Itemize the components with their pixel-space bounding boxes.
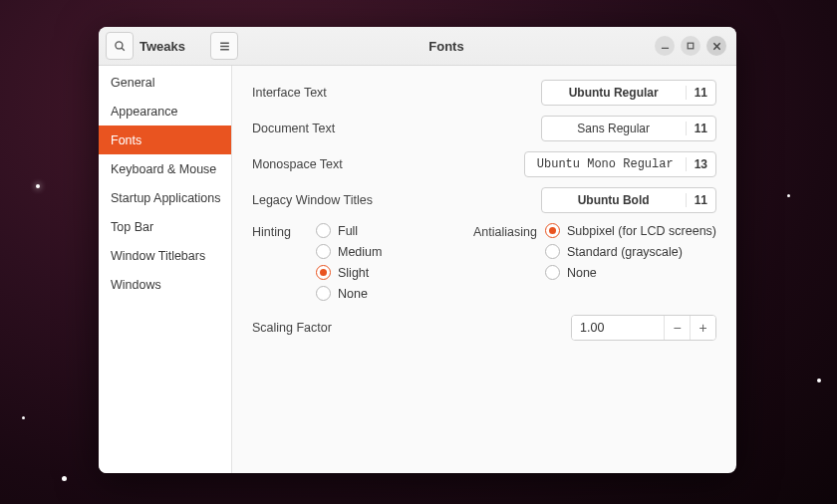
font-row-label: Monospace Text	[252, 157, 402, 171]
svg-point-0	[115, 41, 122, 48]
radio-icon	[545, 265, 560, 280]
font-row-label: Legacy Window Titles	[252, 193, 402, 207]
font-size: 11	[686, 122, 715, 135]
bg-star	[787, 194, 790, 197]
minus-icon: −	[673, 320, 681, 336]
close-icon	[712, 42, 721, 51]
sidebar-item-general[interactable]: General	[99, 68, 231, 97]
font-chooser-button[interactable]: Ubuntu Mono Regular13	[524, 151, 716, 177]
radio-label: Slight	[338, 266, 369, 280]
radio-label: None	[567, 266, 597, 280]
hinting-option[interactable]: Slight	[316, 265, 382, 280]
scaling-input[interactable]	[572, 316, 664, 340]
font-row: Interface TextUbuntu Regular11	[252, 80, 716, 106]
scaling-spinbutton[interactable]: − +	[571, 315, 716, 341]
radio-icon	[316, 286, 331, 301]
search-icon	[114, 40, 127, 53]
radio-label: None	[338, 287, 368, 301]
sidebar-item-windows[interactable]: Windows	[99, 270, 231, 299]
sidebar-item-top-bar[interactable]: Top Bar	[99, 212, 231, 241]
window-body: GeneralAppearanceFontsKeyboard & MouseSt…	[99, 66, 736, 473]
antialiasing-option[interactable]: None	[545, 265, 716, 280]
svg-line-1	[122, 48, 125, 51]
tweaks-window: Tweaks Fonts GeneralAppearanceFontsKeybo…	[99, 27, 736, 473]
sidebar: GeneralAppearanceFontsKeyboard & MouseSt…	[99, 66, 232, 473]
hinting-option[interactable]: Medium	[316, 244, 382, 259]
font-chooser-button[interactable]: Ubuntu Bold11	[541, 187, 716, 213]
titlebar-left: Tweaks	[99, 32, 238, 60]
hinting-options: FullMediumSlightNone	[316, 223, 382, 301]
font-row: Legacy Window TitlesUbuntu Bold11	[252, 187, 716, 213]
radio-icon	[316, 265, 331, 280]
sidebar-item-appearance[interactable]: Appearance	[99, 97, 231, 126]
font-chooser-button[interactable]: Sans Regular11	[541, 116, 716, 141]
hinting-option[interactable]: Full	[316, 223, 382, 238]
bg-star	[36, 184, 40, 188]
bg-star	[22, 416, 25, 419]
scaling-row: Scaling Factor − +	[252, 315, 716, 341]
font-size: 13	[686, 157, 715, 171]
font-name: Ubuntu Bold	[542, 193, 686, 207]
bg-star	[62, 476, 67, 481]
hamburger-button[interactable]	[210, 32, 238, 60]
radio-label: Standard (grayscale)	[567, 245, 683, 259]
antialiasing-options: Subpixel (for LCD screens)Standard (gray…	[545, 223, 716, 301]
radio-icon	[545, 244, 560, 259]
scaling-label: Scaling Factor	[252, 321, 402, 335]
font-name: Ubuntu Mono Regular	[525, 157, 686, 171]
font-chooser-button[interactable]: Ubuntu Regular11	[541, 80, 716, 106]
font-name: Ubuntu Regular	[542, 86, 686, 100]
radio-label: Full	[338, 224, 358, 238]
font-size: 11	[686, 86, 715, 100]
font-row: Monospace TextUbuntu Mono Regular13	[252, 151, 716, 177]
sidebar-item-window-titlebars[interactable]: Window Titlebars	[99, 241, 231, 270]
font-row-label: Interface Text	[252, 86, 402, 100]
page-title: Fonts	[238, 39, 655, 54]
svg-rect-6	[688, 43, 694, 49]
minimize-icon	[661, 42, 670, 51]
sidebar-item-fonts[interactable]: Fonts	[99, 126, 231, 154]
bg-star	[817, 378, 821, 382]
scaling-decrement-button[interactable]: −	[664, 316, 690, 340]
radio-icon	[316, 244, 331, 259]
hinting-antialiasing-row: Hinting FullMediumSlightNone Antialiasin…	[252, 223, 716, 301]
font-size: 11	[686, 193, 715, 207]
maximize-icon	[687, 42, 695, 50]
window-controls	[655, 36, 736, 56]
minimize-button[interactable]	[655, 36, 675, 56]
antialiasing-label: Antialiasing	[473, 223, 545, 301]
antialiasing-option[interactable]: Standard (grayscale)	[545, 244, 716, 259]
font-row-label: Document Text	[252, 122, 402, 135]
radio-icon	[316, 223, 331, 238]
titlebar: Tweaks Fonts	[99, 27, 736, 66]
hinting-label: Hinting	[252, 223, 316, 301]
content-area: Interface TextUbuntu Regular11Document T…	[232, 66, 736, 473]
radio-label: Subpixel (for LCD screens)	[567, 224, 716, 238]
app-title: Tweaks	[140, 39, 185, 54]
hamburger-icon	[218, 40, 231, 53]
sidebar-item-keyboard-mouse[interactable]: Keyboard & Mouse	[99, 154, 231, 183]
close-button[interactable]	[706, 36, 726, 56]
hinting-option[interactable]: None	[316, 286, 382, 301]
sidebar-item-startup-applications[interactable]: Startup Applications	[99, 183, 231, 212]
radio-icon	[545, 223, 560, 238]
font-row: Document TextSans Regular11	[252, 116, 716, 141]
plus-icon: +	[698, 320, 706, 336]
font-name: Sans Regular	[542, 122, 686, 135]
scaling-increment-button[interactable]: +	[690, 316, 715, 340]
maximize-button[interactable]	[681, 36, 700, 56]
antialiasing-option[interactable]: Subpixel (for LCD screens)	[545, 223, 716, 238]
radio-label: Medium	[338, 245, 382, 259]
search-button[interactable]	[106, 32, 134, 60]
